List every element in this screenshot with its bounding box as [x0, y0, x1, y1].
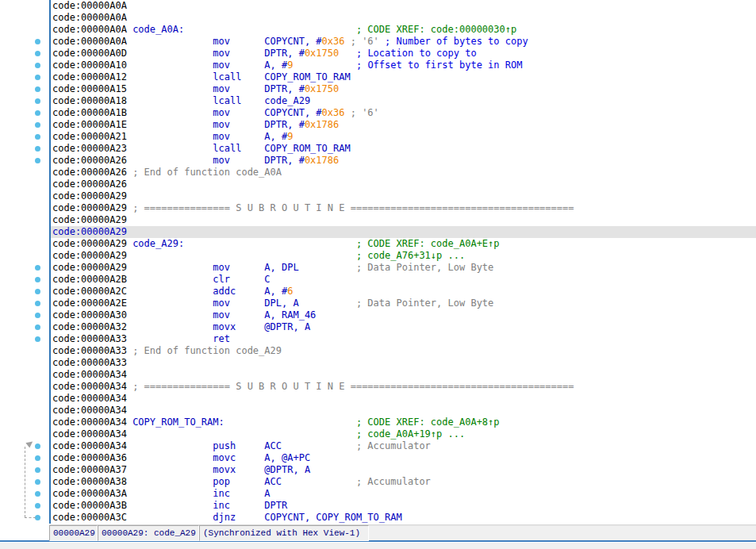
listing-line[interactable]: code:00000A3C djnz COPYCNT, COPY_ROM_TO_… — [0, 512, 756, 524]
code-segment-auto: ; Accumulator — [356, 440, 431, 451]
listing-line-text[interactable]: code:00000A34 ; code_A0A+19↑p ... — [51, 428, 756, 440]
listing-line-text[interactable]: code:00000A26 — [51, 179, 756, 190]
listing-line[interactable]: code:00000A29 ; =============== S U B R … — [0, 202, 756, 214]
line-address: code:00000A33 — [52, 345, 127, 356]
listing-line[interactable]: code:00000A15 mov DPTR, #0x1750 — [0, 83, 756, 95]
listing-line-text[interactable]: code:00000A0A mov COPYCNT, #0x36 ; '6' ;… — [51, 36, 756, 48]
listing-line[interactable]: code:00000A34 push ACC ; Accumulator — [0, 440, 756, 452]
listing-line[interactable]: code:00000A29 ; code_A76+31↓p ... — [0, 250, 756, 262]
listing-line-text[interactable]: code:00000A29 mov A, DPL ; Data Pointer,… — [51, 262, 756, 274]
listing-line-text[interactable]: code:00000A18 lcall code_A29 — [51, 95, 756, 107]
listing-line-text[interactable]: code:00000A15 mov DPTR, #0x1750 — [51, 83, 756, 95]
listing-line-text[interactable]: code:00000A29 code_A29: ; CODE XREF: cod… — [51, 238, 756, 250]
listing-line-text[interactable]: code:00000A3A inc A — [51, 488, 756, 500]
listing-line-text[interactable]: code:00000A0D mov DPTR, #0x1750 ; Locati… — [51, 48, 756, 60]
listing-line-text[interactable]: code:00000A29 ; =============== S U B R … — [51, 202, 756, 214]
listing-line-text[interactable]: code:00000A26 ; End of function code_A0A — [51, 167, 756, 179]
listing-line-text[interactable]: code:00000A34 — [51, 369, 756, 381]
listing-line[interactable]: code:00000A26 mov DPTR, #0x1786 — [0, 155, 756, 167]
listing-line-text[interactable]: code:00000A38 pop ACC ; Accumulator — [51, 476, 756, 488]
listing-line-text[interactable]: code:00000A34 — [51, 393, 756, 405]
listing-line[interactable]: code:00000A26 ; End of function code_A0A — [0, 167, 756, 179]
listing-line-text[interactable]: code:00000A2E mov DPL, A ; Data Pointer,… — [51, 298, 756, 309]
listing-line-text[interactable]: code:00000A34 — [51, 405, 756, 417]
listing-line-text[interactable]: code:00000A3B inc DPTR — [51, 500, 756, 512]
listing-line[interactable]: code:00000A2B clr C — [0, 274, 756, 286]
listing-line[interactable]: code:00000A32 movx @DPTR, A — [0, 321, 756, 333]
listing-line-text[interactable]: code:00000A1E mov DPTR, #0x1786 — [51, 119, 756, 131]
listing-line[interactable]: code:00000A29 — [0, 214, 756, 226]
listing-line-text[interactable]: code:00000A33 ; End of function code_A29 — [51, 345, 756, 357]
listing-gutter — [0, 274, 51, 286]
listing-line[interactable]: code:00000A23 lcall COPY_ROM_TO_RAM — [0, 143, 756, 155]
listing-line-text[interactable]: code:00000A0A — [51, 12, 756, 24]
listing-line[interactable]: code:00000A18 lcall code_A29 — [0, 95, 756, 107]
listing-line[interactable]: code:00000A33 ; End of function code_A29 — [0, 345, 756, 357]
listing-line-text[interactable]: code:00000A29 ; code_A76+31↓p ... — [51, 250, 756, 262]
instruction-dot-icon — [35, 301, 40, 306]
listing-line[interactable]: code:00000A30 mov A, RAM_46 — [0, 309, 756, 321]
listing-line-text[interactable]: code:00000A2B clr C — [51, 274, 756, 286]
listing-line[interactable]: code:00000A34 COPY_ROM_TO_RAM: ; CODE XR… — [0, 417, 756, 428]
listing-line-selected[interactable]: code:00000A29 — [0, 226, 756, 238]
listing-line[interactable]: code:00000A10 mov A, #9 ; Offset to firs… — [0, 60, 756, 71]
listing-line-text[interactable]: code:00000A21 mov A, #9 — [51, 131, 756, 143]
listing-line[interactable]: code:00000A29 mov A, DPL ; Data Pointer,… — [0, 262, 756, 274]
listing-line-text[interactable]: code:00000A2C addc A, #6 — [51, 286, 756, 298]
listing-line[interactable]: code:00000A34 ; =============== S U B R … — [0, 381, 756, 393]
listing-line[interactable]: code:00000A37 movx @DPTR, A — [0, 464, 756, 476]
listing-gutter — [0, 488, 51, 500]
listing-line[interactable]: code:00000A2E mov DPL, A ; Data Pointer,… — [0, 298, 756, 309]
listing-line[interactable]: code:00000A29 — [0, 190, 756, 202]
listing-line-text[interactable]: code:00000A29 — [51, 190, 756, 202]
listing-line-text[interactable]: code:00000A0A code_A0A: ; CODE XREF: cod… — [51, 24, 756, 36]
disassembly-listing[interactable]: code:00000A0Acode:00000A0Acode:00000A0A … — [0, 0, 756, 524]
listing-line-text[interactable]: code:00000A1B mov COPYCNT, #0x36 ; '6' — [51, 107, 756, 119]
listing-line-text[interactable]: code:00000A36 movc A, @A+PC — [51, 452, 756, 464]
listing-line[interactable]: code:00000A26 — [0, 179, 756, 190]
listing-line[interactable]: code:00000A0A — [0, 0, 756, 12]
listing-line-text[interactable]: code:00000A34 COPY_ROM_TO_RAM: ; CODE XR… — [51, 417, 756, 428]
listing-line[interactable]: code:00000A34 — [0, 405, 756, 417]
listing-line[interactable]: code:00000A2C addc A, #6 — [0, 286, 756, 298]
listing-line[interactable]: code:00000A21 mov A, #9 — [0, 131, 756, 143]
listing-line[interactable]: code:00000A34 — [0, 393, 756, 405]
listing-line-text[interactable]: code:00000A26 mov DPTR, #0x1786 — [51, 155, 756, 167]
listing-line-text[interactable]: code:00000A29 — [51, 214, 756, 226]
listing-line-text[interactable]: code:00000A33 ret — [51, 333, 756, 345]
listing-line[interactable]: code:00000A0A code_A0A: ; CODE XREF: cod… — [0, 24, 756, 36]
listing-line-text[interactable]: code:00000A37 movx @DPTR, A — [51, 464, 756, 476]
listing-line-text[interactable]: code:00000A32 movx @DPTR, A — [51, 321, 756, 333]
listing-line[interactable]: code:00000A3A inc A — [0, 488, 756, 500]
listing-line-text[interactable]: code:00000A10 mov A, #9 ; Offset to firs… — [51, 60, 756, 71]
listing-line-text[interactable]: code:00000A23 lcall COPY_ROM_TO_RAM — [51, 143, 756, 155]
listing-line[interactable]: code:00000A36 movc A, @A+PC — [0, 452, 756, 464]
listing-line[interactable]: code:00000A0D mov DPTR, #0x1750 ; Locati… — [0, 48, 756, 60]
listing-line-text[interactable]: code:00000A30 mov A, RAM_46 — [51, 309, 756, 321]
listing-line[interactable]: code:00000A3B inc DPTR — [0, 500, 756, 512]
listing-line-text[interactable]: code:00000A29 — [51, 226, 756, 238]
listing-line[interactable]: code:00000A33 — [0, 357, 756, 369]
listing-line[interactable]: code:00000A0A mov COPYCNT, #0x36 ; '6' ;… — [0, 36, 756, 48]
listing-line[interactable]: code:00000A33 ret — [0, 333, 756, 345]
listing-line-text[interactable]: code:00000A0A — [51, 0, 756, 12]
listing-line-text[interactable]: code:00000A34 ; =============== S U B R … — [51, 381, 756, 393]
listing-line-text[interactable]: code:00000A34 push ACC ; Accumulator — [51, 440, 756, 452]
listing-line[interactable]: code:00000A38 pop ACC ; Accumulator — [0, 476, 756, 488]
instruction-dot-icon — [35, 491, 40, 497]
listing-line[interactable]: code:00000A1E mov DPTR, #0x1786 — [0, 119, 756, 131]
code-segment-plain — [127, 428, 356, 440]
code-segment-num: 0x36 — [322, 36, 345, 47]
listing-line[interactable]: code:00000A34 ; code_A0A+19↑p ... — [0, 428, 756, 440]
listing-gutter — [0, 417, 51, 428]
listing-line[interactable]: code:00000A34 — [0, 369, 756, 381]
code-segment-num: 0x1750 — [305, 83, 339, 94]
listing-line[interactable]: code:00000A0A — [0, 12, 756, 24]
listing-line[interactable]: code:00000A12 lcall COPY_ROM_TO_RAM — [0, 71, 756, 83]
listing-line-text[interactable]: code:00000A33 — [51, 357, 756, 369]
listing-line-text[interactable]: code:00000A3C djnz COPYCNT, COPY_ROM_TO_… — [51, 512, 756, 524]
listing-line[interactable]: code:00000A1B mov COPYCNT, #0x36 ; '6' — [0, 107, 756, 119]
status-current-address: 00000A29 — [49, 525, 98, 541]
listing-line[interactable]: code:00000A29 code_A29: ; CODE XREF: cod… — [0, 238, 756, 250]
listing-line-text[interactable]: code:00000A12 lcall COPY_ROM_TO_RAM — [51, 71, 756, 83]
